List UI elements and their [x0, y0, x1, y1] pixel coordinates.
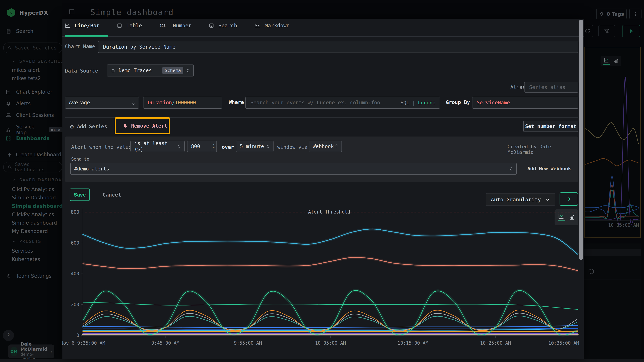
- sql-option[interactable]: SQL: [400, 100, 409, 105]
- chart-name-input[interactable]: [103, 44, 574, 50]
- select-caret-icon: [335, 144, 338, 149]
- via-label: window via: [277, 144, 308, 150]
- expression-number: 1000000: [175, 100, 196, 106]
- svg-text:9:55:00 AM: 9:55:00 AM: [234, 340, 262, 346]
- send-to-select[interactable]: #demo-alerts: [70, 163, 517, 175]
- active-tab-underline: [65, 35, 108, 37]
- chart-line-icon: [65, 23, 70, 28]
- expression-column: Duration: [148, 100, 172, 106]
- edit-chart-modal: Line/BarTable123NumberSearchMarkdown Cha…: [62, 18, 584, 359]
- alert-config-panel: Alert when the value is at least (≥) 800…: [65, 137, 578, 182]
- svg-text:400: 400: [71, 271, 79, 276]
- svg-text:123: 123: [160, 23, 166, 27]
- add-series-button[interactable]: ⊕ Add Series: [70, 123, 107, 130]
- event-search-input[interactable]: [250, 100, 394, 106]
- data-source-select[interactable]: Demo Traces Schema: [107, 64, 194, 76]
- alert-threshold-input[interactable]: 800 ˄˅: [187, 141, 217, 152]
- expression-operator: /: [172, 100, 175, 106]
- group-by-field[interactable]: ServiceName: [472, 97, 578, 109]
- section-divider: [65, 87, 508, 87]
- data-source-label: Data Source: [65, 68, 98, 74]
- where-label: Where: [229, 99, 244, 105]
- svg-text:10:25:00 AM: 10:25:00 AM: [480, 340, 511, 346]
- table-icon: [117, 23, 122, 28]
- chart-type-tabs: Line/BarTable123NumberSearchMarkdown: [65, 22, 290, 29]
- event-search-field[interactable]: SQL | Lucene: [246, 97, 440, 109]
- svg-text:10:15:00 AM: 10:15:00 AM: [398, 340, 428, 346]
- alert-threshold-label: Alert Threshold: [308, 209, 350, 215]
- over-label: over: [222, 144, 234, 150]
- tab-markdown[interactable]: Markdown: [254, 22, 290, 29]
- markdown-icon: [254, 23, 260, 28]
- group-by-value: ServiceName: [477, 100, 510, 106]
- tab-table[interactable]: Table: [117, 22, 142, 29]
- tab-line-bar[interactable]: Line/Bar: [65, 22, 100, 29]
- chart-name-field[interactable]: [98, 41, 578, 53]
- select-caret-icon: [267, 144, 270, 149]
- schema-badge: Schema: [162, 67, 183, 74]
- alias-field[interactable]: [524, 82, 578, 93]
- tab-search[interactable]: Search: [209, 22, 237, 29]
- alias-input[interactable]: [529, 84, 574, 90]
- svg-text:10:35:00 AM: 10:35:00 AM: [548, 340, 579, 346]
- svg-text:200: 200: [71, 302, 79, 307]
- lucene-option[interactable]: Lucene: [418, 100, 436, 105]
- send-to-label: Send to: [71, 157, 89, 162]
- svg-text:Nov 6 9:35:00 AM: Nov 6 9:35:00 AM: [62, 340, 105, 346]
- svg-text:10:05:00 AM: 10:05:00 AM: [315, 340, 346, 346]
- tabs-divider: [62, 36, 584, 37]
- aggregation-select[interactable]: Average: [65, 97, 139, 109]
- alert-channel-select[interactable]: Webhook: [309, 141, 342, 152]
- set-number-format-button[interactable]: Set number format: [523, 121, 578, 132]
- select-caret-icon: [186, 68, 190, 73]
- expression-field[interactable]: Duration/1000000: [143, 97, 222, 109]
- number-123-icon: 123: [159, 23, 168, 28]
- tab-number[interactable]: 123Number: [159, 22, 192, 29]
- alert-prefix: Alert when the value: [71, 144, 132, 150]
- modal-scrollbar[interactable]: [579, 20, 583, 260]
- alert-condition-select[interactable]: is at least (≥): [130, 141, 184, 152]
- alias-label: Alias: [510, 84, 526, 90]
- add-new-webhook-button[interactable]: Add New Webhook: [527, 166, 571, 171]
- chart-name-label: Chart Name: [65, 44, 95, 49]
- plus-circle-icon: ⊕: [70, 123, 74, 130]
- alert-window-select[interactable]: 5 minute: [236, 141, 274, 152]
- svg-text:600: 600: [71, 240, 79, 246]
- search-list-icon: [209, 23, 214, 28]
- select-caret-icon: [510, 166, 513, 171]
- group-by-label: Group By: [446, 99, 470, 105]
- select-caret-icon: [178, 144, 181, 149]
- svg-text:9:45:00 AM: 9:45:00 AM: [151, 340, 180, 346]
- number-stepper[interactable]: ˄˅: [211, 141, 216, 152]
- database-icon: [111, 68, 116, 73]
- svg-text:0: 0: [76, 333, 79, 338]
- bell-icon: [122, 123, 128, 129]
- data-source-value: Demo Traces: [118, 68, 152, 73]
- preview-chart: 0200400600800Nov 6 9:35:00 AM9:45:00 AM9…: [62, 188, 584, 359]
- select-caret-icon: [132, 100, 135, 105]
- created-by-label: Created by Dale McDiarmid: [508, 144, 578, 155]
- svg-text:800: 800: [71, 209, 79, 215]
- app-root: ⚡ HyperDX Search Saved Searches: [0, 0, 644, 362]
- query-language-switch[interactable]: SQL | Lucene: [400, 100, 436, 105]
- remove-alert-button[interactable]: Remove Alert: [122, 123, 167, 129]
